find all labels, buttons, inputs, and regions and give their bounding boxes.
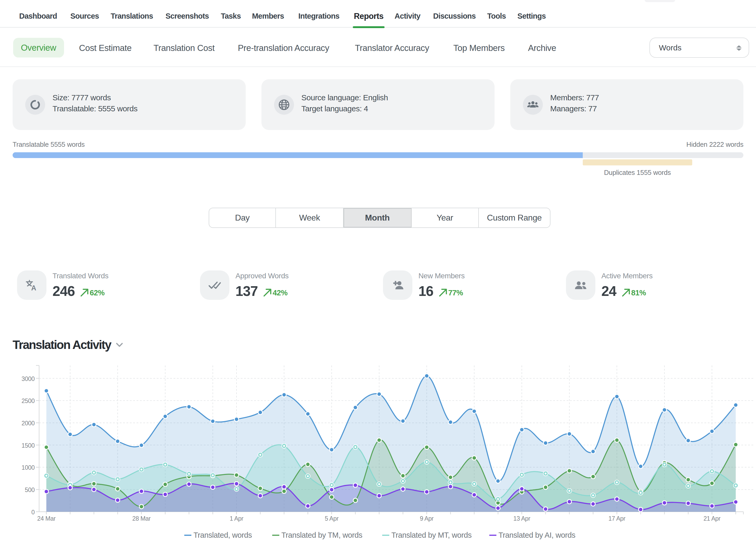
svg-text:Translated, words: Translated, words: [193, 531, 252, 539]
svg-text:Translated by MT, words: Translated by MT, words: [391, 531, 472, 539]
svg-text:1500: 1500: [22, 442, 35, 449]
svg-text:13 Apr: 13 Apr: [513, 515, 530, 522]
svg-text:A: A: [31, 284, 36, 292]
svg-text:1000: 1000: [22, 464, 35, 471]
svg-text:500: 500: [25, 487, 35, 493]
svg-text:Translated by TM, words: Translated by TM, words: [281, 531, 362, 539]
svg-text:28 Mar: 28 Mar: [132, 515, 151, 522]
svg-text:9 Apr: 9 Apr: [420, 515, 434, 522]
svg-text:5 Apr: 5 Apr: [325, 515, 339, 522]
svg-text:3000: 3000: [22, 375, 35, 382]
svg-text:2500: 2500: [22, 398, 35, 404]
svg-text:Translated by AI, words: Translated by AI, words: [498, 531, 575, 539]
svg-text:0: 0: [31, 509, 35, 516]
svg-text:1 Apr: 1 Apr: [230, 515, 244, 522]
svg-text:17 Apr: 17 Apr: [608, 515, 626, 522]
svg-text:21 Apr: 21 Apr: [703, 515, 721, 522]
svg-text:24 Mar: 24 Mar: [37, 515, 56, 522]
svg-text:2000: 2000: [22, 420, 35, 427]
